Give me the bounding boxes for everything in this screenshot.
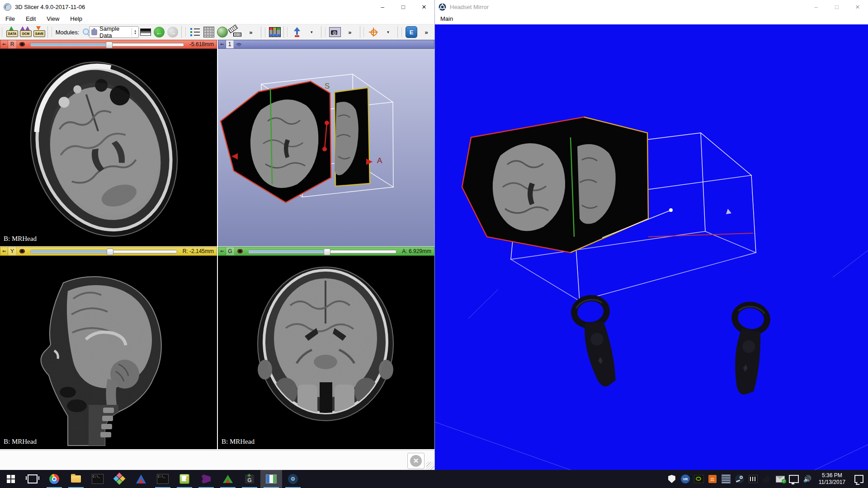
headset-minimize-button[interactable]: – [806, 0, 826, 14]
headset-titlebar[interactable]: Headset Mirror – □ ✕ [435, 0, 868, 14]
axial-slice-view[interactable]: B: MRHead [0, 49, 217, 246]
crosshair-toolbar-handle[interactable] [363, 27, 365, 37]
taskbar-cmake-gui[interactable] [217, 470, 239, 488]
toolbar-drag-handle[interactable] [2, 27, 3, 37]
menu-edit[interactable]: Edit [20, 14, 41, 24]
extensions-toolbar-handle[interactable] [401, 27, 403, 37]
menu-view[interactable]: View [41, 14, 65, 24]
taskbar-chrome[interactable] [43, 470, 65, 488]
yellow-slice-slider[interactable] [30, 249, 177, 254]
vr-badge-icon: VR [681, 474, 690, 483]
yellow-visibility-eye-icon[interactable] [19, 249, 25, 253]
favorites-overflow-button[interactable]: » [243, 25, 259, 39]
taskbar-terminal-2[interactable]: C:\_ [152, 470, 174, 488]
extensions-manager-button[interactable]: E [405, 25, 418, 39]
modules-toolbar-handle[interactable] [52, 27, 53, 37]
screenshot-button[interactable] [329, 25, 341, 39]
red-slice-slider[interactable] [30, 42, 184, 47]
taskbar-vr-mirror-active[interactable] [260, 470, 282, 488]
layout-selector-button[interactable] [269, 25, 281, 39]
red-slice-offset: -5.618mm [187, 41, 217, 47]
taskbar-steamvr[interactable]: ⚙ [282, 470, 304, 488]
taskbar-visual-studio[interactable] [195, 470, 217, 488]
view3d-center-icon[interactable] [236, 42, 241, 47]
voice-tray-icon[interactable] [760, 470, 774, 488]
taskbar-text-editor[interactable] [174, 470, 195, 488]
module-history-button[interactable] [139, 25, 152, 39]
save-button[interactable]: SAVE [33, 25, 45, 39]
barcode-tray-icon[interactable] [746, 470, 760, 488]
jack-tray-icon[interactable]: ⚖ [706, 470, 719, 488]
module-back-button[interactable]: ← [153, 25, 165, 39]
load-data-button[interactable]: DATA [5, 25, 18, 39]
axial-volume-label: B: MRHead [4, 235, 37, 243]
green-slice-slider[interactable] [248, 249, 396, 254]
windows-logo-icon [7, 475, 15, 483]
network-tray-icon[interactable] [787, 470, 801, 488]
defender-tray-icon[interactable] [665, 470, 679, 488]
headset-mirror-window: Headset Mirror – □ ✕ Main [435, 0, 868, 470]
headset-maximize-button[interactable]: □ [826, 0, 847, 14]
slice-visibility-button[interactable] [291, 25, 303, 39]
taskbar-terminal[interactable]: C:\_ [87, 470, 108, 488]
resize-grip[interactable] [426, 462, 434, 470]
favorites-toolbar-handle[interactable] [185, 27, 187, 37]
slicer-minimize-button[interactable]: – [372, 0, 393, 14]
taskbar-git-extensions[interactable]: G [239, 470, 260, 488]
history-icon [140, 28, 151, 36]
threed-view[interactable]: S A [218, 49, 434, 246]
taskbar-cmake[interactable] [130, 470, 152, 488]
green-visibility-eye-icon[interactable] [237, 249, 243, 253]
menu-help[interactable]: Help [65, 14, 88, 24]
vr-status-tray-icon[interactable]: VR [679, 470, 692, 488]
slicer-titlebar[interactable]: 3D Slicer 4.9.0-2017-11-06 – □ ✕ [0, 0, 434, 14]
slicer-close-button[interactable]: ✕ [414, 0, 434, 14]
module-search-icon[interactable] [83, 28, 87, 36]
capture-overflow-button[interactable]: » [342, 25, 358, 39]
taskbar-clock[interactable]: 5:36 PM 11/13/2017 [814, 472, 850, 486]
red-visibility-eye-icon[interactable] [19, 42, 25, 47]
coronal-slice-view[interactable]: B: MRHead [218, 256, 434, 449]
terminal-icon: C:\_ [157, 474, 169, 484]
module-forward-button[interactable]: → [166, 25, 179, 39]
crosshair-button[interactable] [367, 25, 380, 39]
green-pin-button[interactable] [218, 247, 226, 255]
taskbar-designer[interactable] [108, 470, 130, 488]
steam-tray-icon[interactable] [733, 470, 746, 488]
error-log-button[interactable]: ✕ [407, 453, 425, 469]
save-icon: SAVE [33, 27, 45, 37]
taskbar-file-explorer[interactable] [65, 470, 87, 488]
volume-tray-icon[interactable]: 🔊 [801, 470, 814, 488]
view3d-pin-button[interactable] [218, 40, 226, 48]
mail-tray-icon[interactable]: ✓ [774, 470, 787, 488]
module-selector-combobox[interactable]: Sample Data ▲▼ [89, 26, 139, 38]
extensions-overflow-button[interactable]: » [419, 25, 434, 39]
layout-toolbar-handle[interactable] [265, 27, 266, 37]
crosshair-dropdown[interactable]: ▼ [381, 25, 395, 39]
red-pin-button[interactable] [0, 40, 8, 48]
module-spinner[interactable]: ▲▼ [132, 28, 137, 36]
volumes-module-button[interactable] [203, 25, 215, 39]
module-list-icon [190, 28, 200, 37]
menu-file[interactable]: File [0, 14, 20, 24]
slicer-maximize-button[interactable]: □ [393, 0, 414, 14]
load-dicom-button[interactable]: DCM [19, 25, 32, 39]
slicer-app-icon [4, 3, 11, 11]
viewers-toolbar-handle[interactable] [287, 27, 288, 37]
headset-close-button[interactable]: ✕ [847, 0, 868, 14]
models-module-button[interactable] [216, 25, 229, 39]
sagittal-slice-view[interactable]: B: MRHead [0, 256, 217, 449]
grid-app-tray-icon[interactable] [719, 470, 733, 488]
task-view-button[interactable] [22, 470, 43, 488]
nvidia-tray-icon[interactable] [692, 470, 706, 488]
headset-menubar: Main [435, 14, 868, 24]
measurements-module-button[interactable] [230, 25, 242, 39]
capture-toolbar-handle[interactable] [325, 27, 326, 37]
action-center-button[interactable] [850, 470, 868, 488]
vr-mirror-viewport[interactable] [435, 24, 868, 470]
menu-main[interactable]: Main [435, 14, 458, 24]
slice-visibility-dropdown[interactable]: ▼ [304, 25, 319, 39]
start-button[interactable] [0, 470, 22, 488]
module-list-button[interactable] [189, 25, 202, 39]
yellow-pin-button[interactable] [0, 247, 8, 255]
